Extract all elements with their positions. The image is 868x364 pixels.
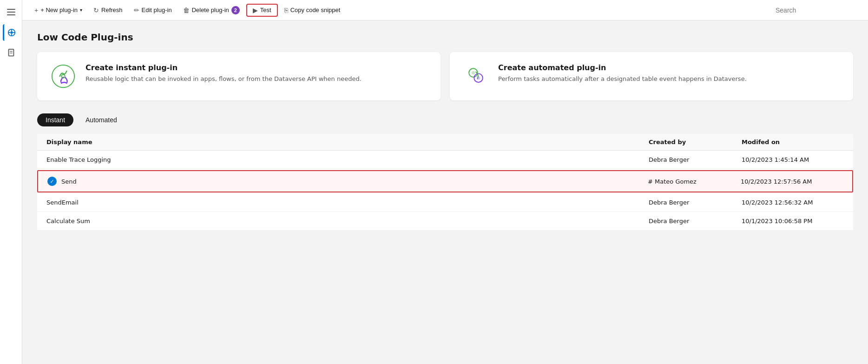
header-created-by: Created by (649, 139, 742, 146)
row-modified-on: 10/1/2023 10:06:58 PM (742, 218, 844, 225)
instant-card-description: Reusable logic that can be invoked in ap… (85, 75, 362, 83)
chevron-down-icon: ▾ (80, 7, 82, 13)
row-name: Enable Trace Logging (46, 156, 649, 163)
plus-icon: + (34, 7, 38, 14)
row-created-by: Debra Berger (649, 199, 742, 206)
row-name: SendEmail (46, 199, 649, 206)
delete-badge: 2 (231, 6, 240, 14)
delete-plugin-button[interactable]: 🗑 Delete plug-in 2 (178, 4, 244, 17)
svg-rect-1 (7, 12, 15, 13)
sidebar (0, 0, 22, 364)
copy-snippet-button[interactable]: ⎘ Copy code snippet (280, 4, 345, 16)
svg-point-12 (52, 65, 74, 87)
edit-icon: ✏ (134, 7, 139, 14)
cards-row: Create instant plug-in Reusable logic th… (37, 52, 853, 100)
edit-plugin-button[interactable]: ✏ Edit plug-in (129, 4, 177, 16)
sidebar-network-icon[interactable] (3, 24, 20, 41)
instant-card[interactable]: Create instant plug-in Reusable logic th… (37, 52, 441, 100)
table-header: Display name Created by Modifed on (37, 134, 853, 151)
instant-card-title: Create instant plug-in (85, 63, 362, 72)
table-row[interactable]: Enable Trace Logging Debra Berger 10/2/2… (37, 151, 853, 169)
check-icon: ✓ (47, 177, 57, 186)
test-button[interactable]: ▶ Test (246, 4, 278, 17)
new-plugin-button[interactable]: + + New plug-in ▾ (30, 4, 87, 16)
row-created-by: Debra Berger (649, 156, 742, 163)
table-row[interactable]: SendEmail Debra Berger 10/2/2023 12:56:3… (37, 193, 853, 212)
automated-card-description: Perform tasks automatically after a desi… (498, 75, 747, 83)
tabs: Instant Automated (37, 113, 853, 126)
instant-card-text: Create instant plug-in Reusable logic th… (85, 63, 362, 83)
automated-card-text: Create automated plug-in Perform tasks a… (498, 63, 747, 83)
row-name: Calculate Sum (46, 218, 649, 225)
row-name: ✓ Send (47, 177, 648, 186)
play-icon: ▶ (253, 7, 258, 14)
sidebar-book-icon[interactable] (3, 45, 20, 61)
automated-card-title: Create automated plug-in (498, 63, 747, 72)
toolbar: + + New plug-in ▾ ↻ Refresh ✏ Edit plug-… (22, 0, 868, 20)
row-modified-on: 10/2/2023 1:45:14 AM (742, 156, 844, 163)
svg-rect-0 (7, 9, 15, 10)
copy-icon: ⎘ (284, 7, 288, 14)
header-modified-on: Modifed on (742, 139, 844, 146)
automated-card[interactable]: Create automated plug-in Perform tasks a… (450, 52, 853, 100)
svg-point-16 (472, 71, 475, 74)
sidebar-menu-icon[interactable] (3, 4, 20, 20)
table-row[interactable]: Calculate Sum Debra Berger 10/1/2023 10:… (37, 212, 853, 231)
main-content: + + New plug-in ▾ ↻ Refresh ✏ Edit plug-… (22, 0, 868, 364)
trash-icon: 🗑 (183, 7, 190, 14)
row-created-by: # Mateo Gomez (648, 178, 741, 185)
svg-rect-9 (8, 49, 13, 56)
refresh-button[interactable]: ↻ Refresh (89, 4, 127, 16)
row-modified-on: 10/2/2023 12:56:32 AM (742, 199, 844, 206)
tab-instant[interactable]: Instant (37, 113, 73, 126)
tab-automated[interactable]: Automated (77, 113, 125, 126)
svg-point-4 (10, 31, 13, 33)
instant-card-icon (50, 63, 76, 89)
row-modified-on: 10/2/2023 12:57:56 AM (741, 178, 843, 185)
svg-rect-2 (7, 14, 15, 15)
row-created-by: Debra Berger (649, 218, 742, 225)
page-title: Low Code Plug-ins (37, 32, 853, 43)
search-input[interactable] (772, 5, 861, 16)
plugin-table: Display name Created by Modifed on Enabl… (37, 134, 853, 231)
table-row-selected[interactable]: ✓ Send # Mateo Gomez 10/2/2023 12:57:56 … (37, 170, 853, 192)
refresh-icon: ↻ (93, 7, 99, 14)
automated-card-icon (463, 63, 489, 89)
header-display-name: Display name (46, 139, 649, 146)
svg-point-17 (477, 76, 480, 79)
page-content: Low Code Plug-ins Create instant plug-in… (22, 20, 868, 364)
